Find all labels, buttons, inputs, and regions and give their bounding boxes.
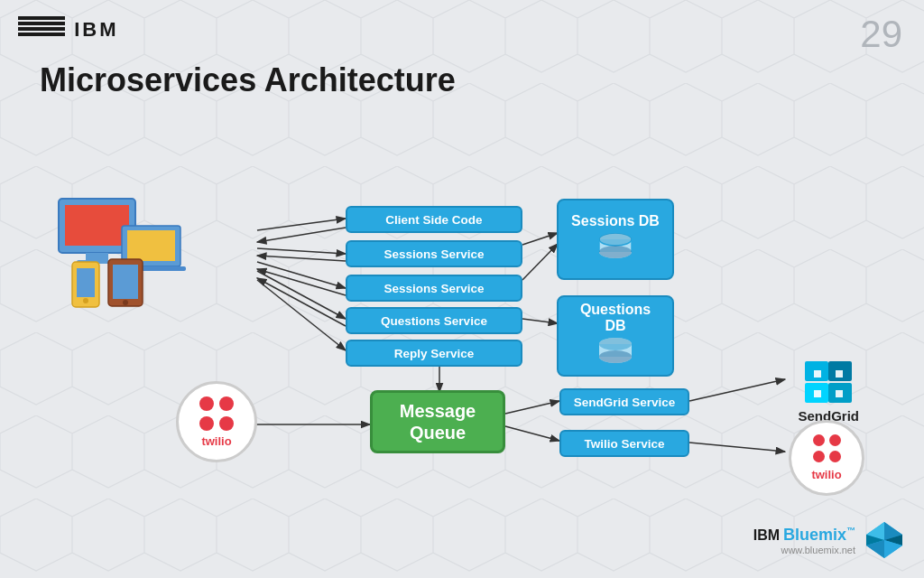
message-queue-box: MessageQueue	[370, 390, 505, 453]
sessions-db-label: Sessions DB	[571, 213, 660, 229]
svg-line-19	[505, 401, 559, 414]
twilio-right-dot-3	[813, 451, 825, 462]
svg-point-33	[83, 298, 88, 303]
twilio-dot-1	[199, 396, 214, 411]
reply-service-box: Reply Service	[346, 340, 522, 367]
svg-line-8	[257, 248, 346, 254]
twilio-right-dots	[813, 434, 841, 462]
sendgrid-service-box: SendGrid Service	[559, 388, 689, 415]
questions-service-box: Questions Service	[346, 307, 522, 334]
svg-rect-26	[86, 253, 108, 260]
questions-db-label: Questions DB	[569, 302, 661, 334]
svg-rect-0	[18, 16, 65, 20]
bluemix-gem-icon	[863, 518, 906, 562]
message-queue-label: MessageQueue	[400, 400, 476, 443]
twilio-dot-4	[219, 416, 234, 431]
devices-illustration	[54, 194, 180, 312]
bluemix-tm: ™	[846, 526, 855, 536]
svg-line-15	[522, 233, 558, 245]
bluemix-text-label: Bluemix™	[783, 526, 855, 544]
slide-title: Microservices Architecture	[40, 61, 456, 99]
questions-db-box: Questions DB	[557, 295, 674, 377]
svg-line-10	[257, 262, 346, 288]
svg-rect-58	[814, 390, 821, 397]
client-side-code-box: Client Side Code	[346, 206, 522, 233]
svg-line-13	[257, 278, 346, 326]
twilio-dot-2	[219, 396, 234, 411]
twilio-left-label: twilio	[201, 434, 231, 448]
svg-rect-56	[814, 370, 821, 378]
svg-line-21	[689, 379, 785, 401]
svg-rect-35	[113, 265, 138, 299]
svg-line-22	[689, 443, 785, 452]
page-number: 29	[860, 13, 902, 56]
svg-line-16	[522, 244, 558, 280]
ibm-text: IBM	[753, 527, 780, 543]
twilio-right-label: twilio	[811, 468, 841, 481]
bluemix-url: www.bluemix.net	[753, 545, 855, 555]
svg-line-11	[257, 269, 346, 295]
svg-line-17	[522, 319, 558, 323]
twilio-right-dot-1	[813, 434, 825, 446]
svg-line-9	[257, 256, 346, 261]
svg-rect-57	[836, 370, 843, 378]
svg-rect-3	[18, 33, 65, 36]
svg-line-20	[505, 426, 559, 441]
svg-rect-29	[127, 230, 175, 261]
twilio-right-logo: twilio	[789, 420, 864, 496]
svg-rect-1	[18, 22, 65, 25]
sessions-db-icon	[596, 233, 635, 266]
svg-line-7	[257, 228, 346, 242]
twilio-left-logo: twilio	[176, 381, 257, 462]
questions-db-icon	[596, 338, 635, 370]
slide-content: IBM 29 Microservices Architecture	[0, 0, 924, 578]
sessions-service-2-box: Sessions Service	[346, 275, 522, 302]
twilio-service-box: Twilio Service	[559, 430, 689, 457]
sessions-db-box: Sessions DB	[557, 199, 674, 280]
bluemix-brand-text: IBM Bluemix™ www.bluemix.net	[753, 526, 855, 555]
svg-point-36	[123, 300, 128, 305]
twilio-right-dot-2	[829, 434, 841, 446]
svg-point-51	[599, 350, 632, 363]
twilio-left-dots	[199, 396, 234, 431]
svg-point-45	[599, 246, 632, 258]
svg-rect-59	[836, 390, 843, 397]
svg-rect-32	[77, 268, 95, 297]
svg-line-6	[257, 219, 346, 230]
sessions-service-1-box: Sessions Service	[346, 240, 522, 267]
sendgrid-right-logo: SendGrid	[798, 361, 859, 424]
twilio-right-dot-4	[829, 451, 841, 462]
svg-line-12	[257, 271, 346, 319]
twilio-dot-3	[199, 416, 214, 431]
svg-rect-25	[65, 205, 129, 246]
svg-rect-2	[18, 27, 65, 31]
ibm-logo: IBM	[18, 16, 118, 42]
bluemix-footer: IBM Bluemix™ www.bluemix.net	[753, 518, 906, 562]
svg-line-14	[257, 280, 346, 350]
